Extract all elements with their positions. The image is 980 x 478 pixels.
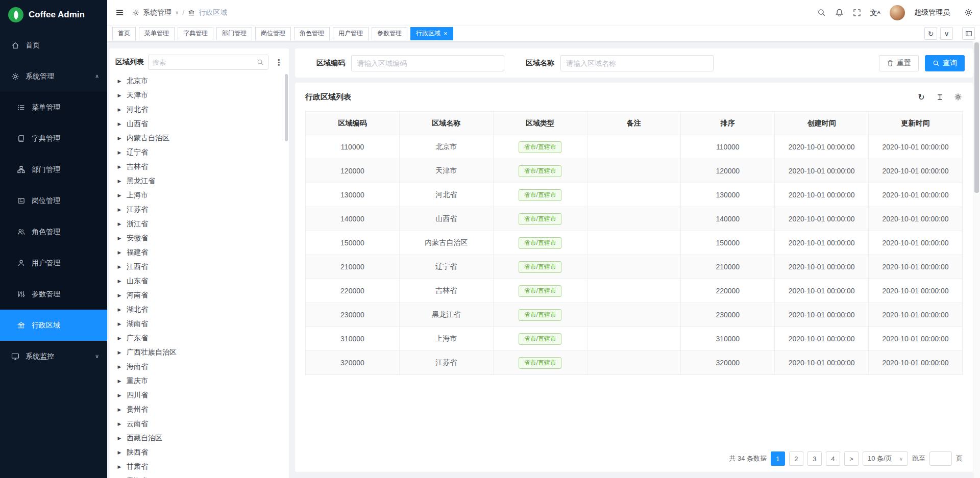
column-settings-icon[interactable] [935, 92, 944, 102]
gear-icon[interactable] [953, 92, 963, 102]
sidebar-item-department-management[interactable]: 部门管理 [0, 154, 107, 185]
caret-right-icon[interactable]: ▶ [117, 264, 122, 269]
tree-item[interactable]: ▶ 河北省 [109, 103, 289, 117]
settings-gear-icon[interactable] [964, 8, 973, 17]
caret-right-icon[interactable]: ▶ [117, 150, 122, 155]
page-scrollbar[interactable] [973, 41, 980, 478]
tree-item[interactable]: ▶ 吉林省 [109, 160, 289, 174]
sidebar-item-system-management[interactable]: 系统管理 ∧ [0, 61, 107, 92]
sidebar-item-system-monitor[interactable]: 系统监控 ∨ [0, 341, 107, 372]
caret-right-icon[interactable]: ▶ [117, 364, 122, 369]
tab[interactable]: 菜单管理 [139, 27, 175, 40]
hamburger-menu-icon[interactable] [114, 8, 125, 17]
bell-icon[interactable] [835, 8, 844, 17]
tree-item[interactable]: ▶ 青海省 [109, 474, 289, 478]
chevron-down-icon[interactable]: ∨ [940, 27, 953, 40]
tree-item[interactable]: ▶ 上海市 [109, 188, 289, 203]
caret-right-icon[interactable]: ▶ [117, 464, 122, 469]
avatar[interactable] [890, 5, 905, 20]
tree-item[interactable]: ▶ 西藏自治区 [109, 431, 289, 445]
caret-right-icon[interactable]: ▶ [117, 293, 122, 298]
caret-right-icon[interactable]: ▶ [117, 164, 122, 169]
sidebar-item-post-management[interactable]: 岗位管理 [0, 185, 107, 216]
tree-item[interactable]: ▶ 江苏省 [109, 203, 289, 217]
tree-item[interactable]: ▶ 山东省 [109, 274, 289, 288]
caret-right-icon[interactable]: ▶ [117, 250, 122, 255]
app-logo[interactable]: Coffee Admin [0, 0, 107, 30]
tree-item[interactable]: ▶ 四川省 [109, 388, 289, 402]
page-button[interactable]: 2 [789, 451, 803, 466]
tree-item[interactable]: ▶ 海南省 [109, 360, 289, 374]
sidebar-item-menu-management[interactable]: 菜单管理 [0, 92, 107, 123]
tree-item[interactable]: ▶ 江西省 [109, 260, 289, 274]
tree-item[interactable]: ▶ 北京市 [109, 74, 289, 88]
translate-icon[interactable]: 文A [870, 9, 881, 16]
caret-right-icon[interactable]: ▶ [117, 379, 122, 384]
chevron-down-icon[interactable]: ∨ [175, 10, 179, 15]
sidebar-item-admin-region[interactable]: 行政区域 [0, 310, 107, 341]
caret-right-icon[interactable]: ▶ [117, 450, 122, 455]
tab-active[interactable]: 行政区域 × [410, 27, 453, 40]
page-button[interactable]: 3 [807, 451, 822, 466]
caret-right-icon[interactable]: ▶ [117, 79, 122, 84]
tree-item[interactable]: ▶ 广东省 [109, 331, 289, 345]
tab[interactable]: 参数管理 [372, 27, 407, 40]
caret-right-icon[interactable]: ▶ [117, 179, 122, 184]
caret-right-icon[interactable]: ▶ [117, 221, 122, 227]
tree-item[interactable]: ▶ 黑龙江省 [109, 174, 289, 188]
tab[interactable]: 首页 [112, 27, 136, 40]
refresh-icon[interactable]: ↻ [917, 92, 926, 102]
sidebar-item-role-management[interactable]: 角色管理 [0, 216, 107, 247]
tree-item[interactable]: ▶ 辽宁省 [109, 145, 289, 160]
tree-search-input[interactable] [153, 59, 254, 66]
caret-right-icon[interactable]: ▶ [117, 336, 122, 341]
page-button[interactable]: 4 [826, 451, 840, 466]
sidebar-item-user-management[interactable]: 用户管理 [0, 247, 107, 279]
caret-right-icon[interactable]: ▶ [117, 136, 122, 141]
tree-item[interactable]: ▶ 山西省 [109, 117, 289, 131]
tree-item[interactable]: ▶ 天津市 [109, 88, 289, 103]
tree-item[interactable]: ▶ 重庆市 [109, 374, 289, 388]
tree-item[interactable]: ▶ 湖北省 [109, 303, 289, 317]
tab[interactable]: 角色管理 [294, 27, 330, 40]
search-button[interactable]: 查询 [925, 55, 965, 71]
table-row[interactable]: 310000 上海市 省市/直辖市 310000 2020-10-01 00:0… [306, 327, 963, 351]
table-row[interactable]: 140000 山西省 省市/直辖市 140000 2020-10-01 00:0… [306, 207, 963, 231]
caret-right-icon[interactable]: ▶ [117, 93, 122, 98]
caret-right-icon[interactable]: ▶ [117, 393, 122, 398]
caret-right-icon[interactable]: ▶ [117, 407, 122, 412]
caret-right-icon[interactable]: ▶ [117, 421, 122, 426]
fullscreen-icon[interactable] [853, 9, 861, 17]
caret-right-icon[interactable]: ▶ [117, 193, 122, 198]
table-row[interactable]: 110000 北京市 省市/直辖市 110000 2020-10-01 00:0… [306, 135, 963, 159]
region-code-input[interactable] [351, 55, 504, 71]
table-row[interactable]: 230000 黑龙江省 省市/直辖市 230000 2020-10-01 00:… [306, 303, 963, 327]
caret-right-icon[interactable]: ▶ [117, 307, 122, 312]
tree-item[interactable]: ▶ 陕西省 [109, 445, 289, 460]
tree-item[interactable]: ▶ 福建省 [109, 245, 289, 260]
table-row[interactable]: 210000 辽宁省 省市/直辖市 210000 2020-10-01 00:0… [306, 255, 963, 279]
tree-item[interactable]: ▶ 河南省 [109, 288, 289, 303]
region-name-input[interactable] [560, 55, 714, 71]
caret-right-icon[interactable]: ▶ [117, 321, 122, 326]
tree-item[interactable]: ▶ 安徽省 [109, 231, 289, 245]
tab[interactable]: 岗位管理 [255, 27, 291, 40]
more-options-icon[interactable]: ⋮ [273, 58, 285, 67]
tree-item[interactable]: ▶ 内蒙古自治区 [109, 131, 289, 145]
jump-page-input[interactable] [929, 451, 952, 466]
tab[interactable]: 部门管理 [216, 27, 252, 40]
search-icon[interactable] [817, 8, 826, 17]
page-scrollbar-thumb[interactable] [974, 42, 979, 193]
sidebar-item-home[interactable]: 首页 [0, 30, 107, 61]
tree-scrollbar[interactable] [285, 74, 288, 141]
table-row[interactable]: 120000 天津市 省市/直辖市 120000 2020-10-01 00:0… [306, 159, 963, 183]
tree-item[interactable]: ▶ 贵州省 [109, 402, 289, 417]
sidebar-item-dictionary-management[interactable]: 字典管理 [0, 123, 107, 154]
caret-right-icon[interactable]: ▶ [117, 107, 122, 112]
user-name[interactable]: 超级管理员 [914, 8, 950, 17]
tree-item[interactable]: ▶ 广西壮族自治区 [109, 345, 289, 360]
layout-toggle-icon[interactable] [962, 27, 975, 40]
caret-right-icon[interactable]: ▶ [117, 121, 122, 127]
sidebar-item-parameter-management[interactable]: 参数管理 [0, 279, 107, 310]
tree-item[interactable]: ▶ 浙江省 [109, 217, 289, 231]
